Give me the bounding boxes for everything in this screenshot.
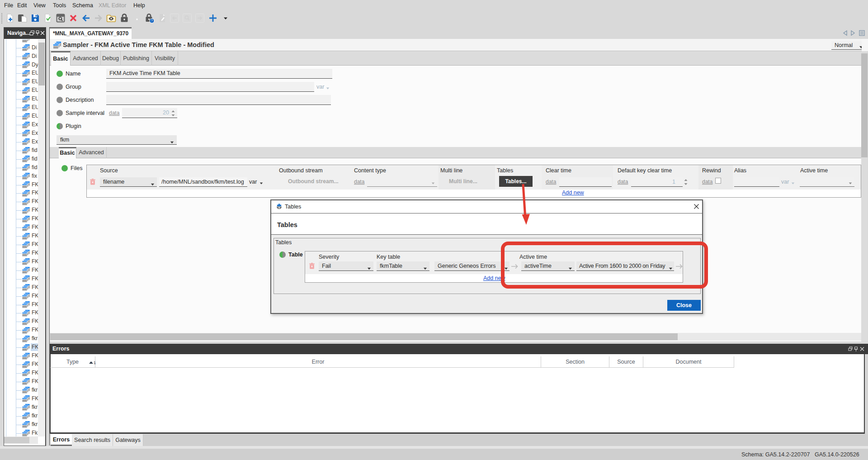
svg-text:1: 1 bbox=[94, 360, 96, 365]
svg-text:?: ? bbox=[151, 19, 153, 22]
